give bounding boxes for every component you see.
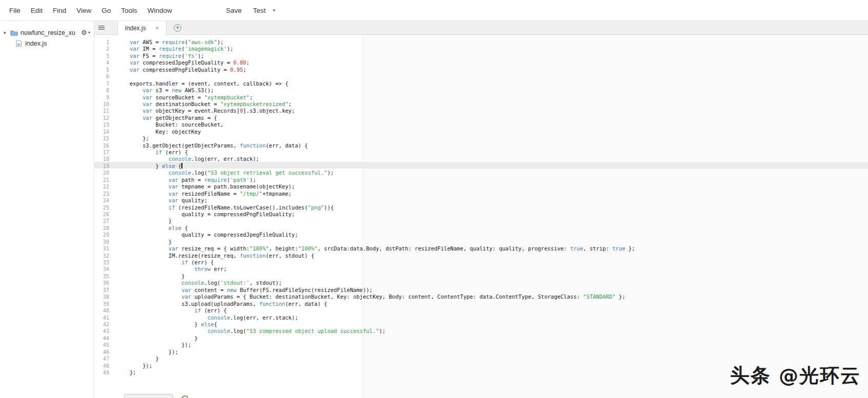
tree-folder-row[interactable]: ▾ nuwfunc_resize_xu ⚙ ▾ bbox=[0, 27, 94, 38]
code-line-text[interactable]: var IM = require('imagemagick'); bbox=[130, 46, 233, 52]
code-line-text[interactable]: } bbox=[130, 335, 198, 341]
code-line-text[interactable]: } else{ bbox=[130, 321, 217, 327]
code-line-text[interactable]: if (err) { bbox=[130, 307, 227, 313]
tab-bar: index.js × + bbox=[94, 21, 868, 35]
code-line-text[interactable]: }; bbox=[130, 369, 136, 375]
code-line-text[interactable]: var AWS = require("aws-sdk"); bbox=[130, 39, 223, 45]
menu-item-find[interactable]: Find bbox=[48, 7, 71, 14]
code-line-text[interactable]: else { bbox=[130, 225, 188, 231]
run-toolbar: Save Test ▾ bbox=[220, 7, 275, 14]
code-line: 16 s3.getObject(getObjectParams, functio… bbox=[94, 141, 868, 148]
code-line-text[interactable]: if (resizedFileName.toLowerCase().includ… bbox=[130, 204, 334, 211]
menu-item-view[interactable]: View bbox=[71, 7, 96, 14]
code-rows: 1var AWS = require("aws-sdk");2var IM = … bbox=[94, 35, 868, 375]
code-line: 34 throw err; bbox=[94, 265, 868, 271]
menu-item-edit[interactable]: Edit bbox=[26, 7, 48, 14]
code-line-text[interactable]: } bbox=[130, 239, 172, 245]
code-line: 43 console.log("S3 compressed object upl… bbox=[94, 327, 868, 333]
tree-file-row[interactable]: JS index.js bbox=[0, 38, 94, 49]
code-line-text[interactable]: console.log("S3 object retrieval get suc… bbox=[130, 170, 334, 176]
console-new-tab-button[interactable] bbox=[181, 395, 189, 398]
code-line-text[interactable]: var quality; bbox=[130, 197, 208, 203]
code-line: 8 var s3 = new AWS.S3(); bbox=[94, 86, 868, 93]
menu-item-go[interactable]: Go bbox=[96, 7, 116, 14]
code-line: 35 } bbox=[94, 272, 868, 279]
code-line-text[interactable]: var s3 = new AWS.S3(); bbox=[130, 87, 214, 93]
code-line-text[interactable]: console.log(err, err.stack); bbox=[130, 315, 298, 321]
code-line: 23 var resizedFileName = "/tmp/"+tmpname… bbox=[94, 190, 868, 196]
gear-icon: ⚙ bbox=[81, 29, 87, 36]
code-line-text[interactable]: if (err) { bbox=[130, 149, 188, 155]
ide-window: FileEditFindViewGoToolsWindow Save Test … bbox=[0, 0, 868, 398]
code-line-text[interactable]: var uploadParams = { Bucket: destination… bbox=[130, 294, 625, 300]
code-line: 25 if (resizedFileName.toLowerCase().inc… bbox=[94, 203, 868, 210]
tab-indexjs[interactable]: index.js × bbox=[117, 21, 167, 35]
code-line: 21 var path = require('path'); bbox=[94, 176, 868, 182]
code-line: 9 var sourceBucket = "xytempbucket"; bbox=[94, 93, 868, 100]
code-line-text[interactable]: exports.handler = (event, context, callb… bbox=[130, 80, 288, 87]
code-line-text[interactable]: console.log("S3 compressed object upload… bbox=[130, 328, 385, 334]
code-line-text[interactable]: } else { bbox=[130, 163, 182, 169]
folder-icon bbox=[10, 30, 18, 36]
code-line-text[interactable]: var tmpname = path.basename(objectKey); bbox=[130, 183, 295, 190]
code-line-text[interactable]: }; bbox=[130, 135, 149, 141]
code-line-text[interactable]: } bbox=[130, 273, 184, 279]
code-line-text[interactable]: throw err; bbox=[130, 266, 227, 272]
chevron-down-icon[interactable]: ▾ bbox=[273, 8, 275, 13]
code-line-text[interactable]: console.log('stdout:', stdout); bbox=[130, 280, 282, 286]
code-line-text[interactable]: var path = require('path'); bbox=[130, 177, 256, 183]
code-line: 30 } bbox=[94, 238, 868, 244]
save-button[interactable]: Save bbox=[220, 7, 247, 14]
menu-item-tools[interactable]: Tools bbox=[116, 7, 142, 14]
code-line-text[interactable]: }); bbox=[130, 342, 191, 348]
code-line-text[interactable]: s3.upload(uploadParams, function(err, da… bbox=[130, 301, 327, 307]
tab-list-icon[interactable] bbox=[94, 21, 109, 34]
console-panel-edge bbox=[94, 394, 868, 398]
code-line-text[interactable]: Key: objectKey bbox=[130, 129, 201, 135]
tree-expand-icon[interactable]: ▾ bbox=[4, 30, 10, 35]
code-line-text[interactable]: IM.resize(resize_req, function(err, stdo… bbox=[130, 253, 314, 259]
code-line: 10 var destinationBucket = "xytempbucket… bbox=[94, 100, 868, 107]
code-line: 40 if (err) { bbox=[94, 306, 868, 313]
code-line: 29 quality = compressedJpegFileQuality; bbox=[94, 231, 868, 237]
code-line-text[interactable]: quality = compressedPngFileQuality; bbox=[130, 211, 295, 217]
code-line-text[interactable]: Bucket: sourceBucket, bbox=[130, 121, 223, 128]
project-settings-button[interactable]: ⚙ ▾ bbox=[81, 29, 90, 36]
code-line-text[interactable]: var sourceBucket = "xytempbucket"; bbox=[130, 94, 253, 100]
code-line-text[interactable]: }); bbox=[130, 349, 178, 355]
code-line-text[interactable]: console.log(err, err.stack); bbox=[130, 156, 259, 162]
code-line: 45 }); bbox=[94, 341, 868, 347]
code-line-text[interactable]: var destinationBucket = "xytempbucketres… bbox=[130, 101, 292, 107]
code-line-text[interactable]: var compressedPngFileQuality = 0.95; bbox=[130, 67, 246, 73]
code-line-text[interactable]: var getObjectParams = { bbox=[130, 115, 217, 121]
code-line-text[interactable]: var FS = require('fs'); bbox=[130, 53, 204, 59]
test-button[interactable]: Test bbox=[247, 7, 272, 14]
code-line-text[interactable]: var content = new Buffer(FS.readFileSync… bbox=[130, 287, 373, 293]
code-line-text[interactable]: if (err) { bbox=[130, 259, 214, 265]
line-number[interactable]: 49 bbox=[94, 369, 130, 376]
code-line-text[interactable]: var resize_req = { width:"100%", height:… bbox=[130, 245, 635, 252]
code-line: 2var IM = require('imagemagick'); bbox=[94, 45, 868, 51]
watermark: 头条 @光环云 bbox=[730, 363, 861, 389]
code-line-text[interactable]: } bbox=[130, 218, 172, 224]
code-line: 37 var content = new Buffer(FS.readFileS… bbox=[94, 286, 868, 292]
code-line: 22 var tmpname = path.basename(objectKey… bbox=[94, 182, 868, 189]
console-tab[interactable] bbox=[124, 394, 173, 398]
code-line: 47 } bbox=[94, 354, 868, 361]
close-icon[interactable]: × bbox=[155, 25, 159, 31]
code-line: 12 var getObjectParams = { bbox=[94, 114, 868, 120]
code-line-text[interactable]: }); bbox=[130, 363, 152, 369]
code-line-text[interactable]: var resizedFileName = "/tmp/"+tmpname; bbox=[130, 191, 292, 197]
menu-item-window[interactable]: Window bbox=[142, 7, 177, 14]
new-tab-button[interactable]: + bbox=[174, 24, 181, 32]
file-tree-sidebar: ▾ nuwfunc_resize_xu ⚙ ▾ JS bbox=[0, 21, 94, 398]
code-line-text[interactable]: } bbox=[130, 355, 159, 362]
code-line: 18 console.log(err, err.stack); bbox=[94, 155, 868, 161]
menu-item-file[interactable]: File bbox=[4, 7, 26, 14]
code-line-text[interactable]: var compressedJpegFileQuality = 0.80; bbox=[130, 59, 250, 66]
code-line-text[interactable]: s3.getObject(getObjectParams, function(e… bbox=[130, 142, 308, 149]
editor-pane: index.js × + 1var AWS = require("aws-sdk… bbox=[94, 21, 868, 398]
text-cursor bbox=[181, 163, 182, 169]
code-line-text[interactable]: quality = compressedJpegFileQuality; bbox=[130, 232, 298, 238]
code-line-text[interactable]: var objectKey = event.Records[0].s3.obje… bbox=[130, 108, 295, 114]
